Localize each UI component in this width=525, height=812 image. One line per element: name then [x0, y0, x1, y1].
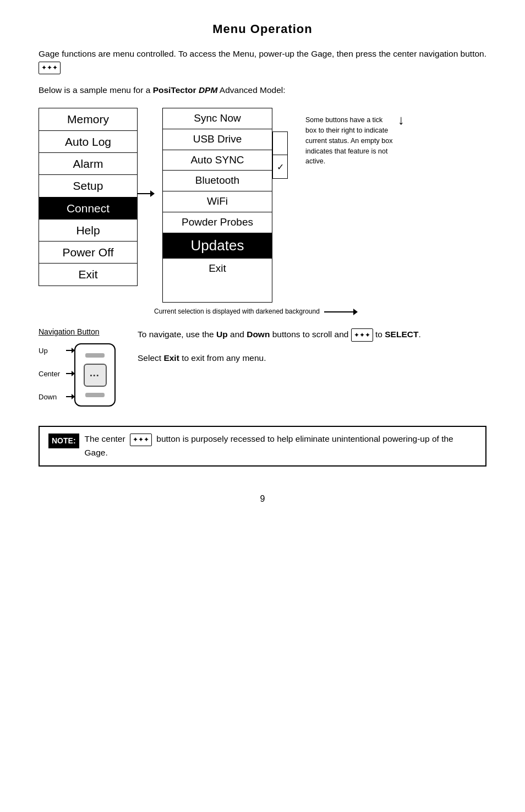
center-button[interactable]: ▪▪▪: [84, 364, 107, 387]
page-number: 9: [39, 494, 486, 504]
submenu-updates[interactable]: Updates: [163, 233, 272, 259]
nav-button-diagram: Navigation Button Up Center Down: [39, 327, 127, 409]
up-label: Up: [39, 347, 48, 355]
up-arrow: [66, 350, 74, 351]
menu-item-alarm[interactable]: Alarm: [39, 153, 137, 175]
down-arrow: [66, 396, 74, 397]
menu-item-autolog[interactable]: Auto Log: [39, 131, 137, 153]
auto-sync-checkbox[interactable]: ✓: [272, 155, 288, 179]
arrow-line: [138, 193, 154, 194]
nav-button-wrapper: Up Center Down: [39, 343, 116, 409]
right-annotation: Some buttons have a tick box to their ri…: [294, 108, 404, 167]
note-badge: NOTE:: [48, 434, 79, 448]
submenu-powder-probes[interactable]: Powder Probes: [163, 212, 272, 233]
sample-line: Below is a sample menu for a PosiTector …: [39, 84, 486, 97]
page-title: Menu Operation: [39, 22, 486, 36]
right-menu: Sync Now USB Drive Auto SYNC Bluetooth W…: [162, 108, 272, 303]
submenu-usb-drive[interactable]: USB Drive: [163, 129, 272, 150]
nav-instruction-1: To navigate, use the Up and Down buttons…: [138, 327, 486, 342]
note-section: NOTE: The center ✦✦✦ button is purposely…: [39, 426, 486, 467]
annotation-text: Some buttons have a tick box to their ri…: [294, 115, 395, 167]
menu-item-poweroff[interactable]: Power Off: [39, 242, 137, 264]
nav-button-shape[interactable]: ▪▪▪: [74, 343, 116, 407]
submenu-bluetooth[interactable]: Bluetooth: [163, 171, 272, 191]
nav-button-inline-icon: ✦✦✦: [39, 62, 61, 74]
note-text: The center ✦✦✦ button is purposely reces…: [85, 432, 477, 460]
submenu-wifi[interactable]: WiFi: [163, 191, 272, 212]
nav-icon-inline-note: ✦✦✦: [130, 434, 152, 446]
connect-arrow: [138, 193, 154, 194]
menus-row: Memory Auto Log Alarm Setup Connect Help…: [39, 108, 486, 316]
checkbox-area: ✓: [272, 108, 288, 303]
menu-diagram: Memory Auto Log Alarm Setup Connect Help…: [39, 108, 486, 316]
current-selection-text: Current selection is displayed with dark…: [154, 307, 320, 316]
intro-text: Gage functions are menu controlled. To a…: [39, 49, 486, 58]
center-arrow: [66, 373, 74, 374]
intro-paragraph: Gage functions are menu controlled. To a…: [39, 47, 486, 75]
nav-text-area: To navigate, use the Up and Down buttons…: [138, 327, 486, 409]
usb-drive-checkbox[interactable]: [272, 131, 288, 155]
center-label: Center: [39, 370, 60, 378]
submenu-sync-now[interactable]: Sync Now: [163, 108, 272, 129]
up-bar: [85, 353, 105, 358]
nav-instruction-2: Select Exit to exit from any menu.: [138, 351, 486, 365]
left-menu: Memory Auto Log Alarm Setup Connect Help…: [39, 108, 138, 286]
current-selection-arrow: [324, 311, 357, 312]
submenu-auto-sync[interactable]: Auto SYNC: [163, 150, 272, 171]
submenu-exit-right[interactable]: Exit: [163, 259, 272, 279]
menu-item-help[interactable]: Help: [39, 220, 137, 242]
nav-section: Navigation Button Up Center Down: [39, 327, 486, 409]
menu-item-exit-left[interactable]: Exit: [39, 264, 137, 285]
arrow-line-lower: [324, 311, 357, 312]
nav-button-title: Navigation Button: [39, 327, 100, 336]
submenu-with-checkboxes: Sync Now USB Drive Auto SYNC Bluetooth W…: [154, 108, 288, 303]
down-arrow-indicator: ↓: [398, 113, 404, 127]
down-label: Down: [39, 393, 57, 401]
menu-item-connect[interactable]: Connect: [39, 197, 137, 220]
menu-item-setup[interactable]: Setup: [39, 175, 137, 197]
down-bar: [85, 393, 105, 397]
current-selection-annotation: Current selection is displayed with dark…: [154, 307, 404, 316]
nav-icon-inline-1: ✦✦✦: [351, 328, 373, 342]
menu-item-memory[interactable]: Memory: [39, 108, 137, 130]
